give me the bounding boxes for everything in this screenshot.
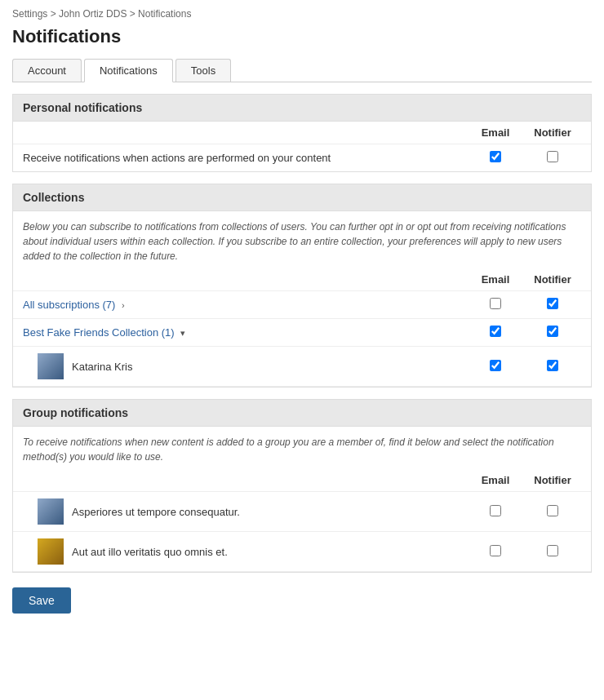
group-notifications-header: Group notifications	[13, 400, 591, 427]
collection-row-all-subscriptions: All subscriptions (7) ›	[13, 291, 591, 319]
personal-row-0: Receive notifications when actions are p…	[13, 144, 591, 171]
personal-row-checks	[467, 151, 581, 165]
group-0-notifier-checkbox[interactable]	[547, 505, 558, 516]
collections-notifier-header: Notifier	[524, 273, 581, 286]
katarina-checks	[467, 360, 581, 374]
katarina-email-checkbox[interactable]	[490, 360, 501, 371]
group-0-avatar	[38, 498, 64, 525]
collections-header: Collections	[13, 184, 591, 211]
page-title: Notifications	[12, 26, 592, 47]
all-subscriptions-checks	[467, 298, 581, 312]
group-notifier-header: Notifier	[524, 474, 581, 486]
collection-child-row-katarina: Katarina Kris	[13, 347, 591, 387]
group-row-0: Asperiores ut tempore consequatur.	[13, 492, 591, 532]
group-notifications-section: Group notifications To receive notificat…	[12, 399, 592, 573]
tabs: Account Notifications Tools	[12, 59, 592, 82]
group-0-email-cell	[467, 505, 524, 519]
best-fake-friends-notifier-checkbox[interactable]	[547, 326, 558, 337]
group-0-notifier-cell	[524, 505, 581, 519]
group-1-email-checkbox[interactable]	[490, 545, 501, 556]
all-subscriptions-link[interactable]: All subscriptions (7)	[23, 299, 118, 311]
all-subscriptions-email-cell	[467, 298, 524, 312]
all-subscriptions-label: All subscriptions (7) ›	[23, 299, 467, 311]
all-subscriptions-email-checkbox[interactable]	[490, 298, 501, 309]
collections-section: Collections Below you can subscribe to n…	[12, 184, 592, 388]
best-fake-friends-checks	[467, 326, 581, 339]
group-col-headers: Email Notifier	[13, 469, 591, 492]
personal-notifications-section: Personal notifications Email Notifier Re…	[12, 94, 592, 172]
breadcrumb-settings: Settings	[12, 8, 47, 20]
best-fake-friends-email-cell	[467, 326, 524, 339]
personal-email-header: Email	[467, 126, 524, 139]
group-1-notifier-checkbox[interactable]	[547, 545, 558, 556]
group-1-checks	[467, 545, 581, 559]
collection-row-best-fake-friends: Best Fake Friends Collection (1) ▾	[13, 319, 591, 347]
katarina-notifier-checkbox[interactable]	[547, 360, 558, 371]
group-email-header: Email	[467, 474, 524, 486]
group-0-checks	[467, 505, 581, 519]
personal-row-label: Receive notifications when actions are p…	[23, 152, 467, 164]
best-fake-friends-label: Best Fake Friends Collection (1) ▾	[23, 326, 467, 339]
breadcrumb-current: Notifications	[138, 8, 191, 20]
personal-notifier-check-cell	[524, 151, 581, 165]
personal-col-headers: Email Notifier	[13, 122, 591, 144]
breadcrumb-user: John Ortiz DDS	[59, 8, 127, 20]
personal-email-check-cell	[467, 151, 524, 165]
group-1-notifier-cell	[524, 545, 581, 559]
tab-tools[interactable]: Tools	[175, 59, 231, 82]
best-fake-friends-chevron: ▾	[180, 328, 185, 338]
all-subscriptions-notifier-checkbox[interactable]	[547, 298, 558, 309]
group-row-1: Aut aut illo veritatis quo omnis et.	[13, 532, 591, 572]
katarina-avatar	[38, 353, 64, 379]
save-button[interactable]: Save	[12, 587, 71, 614]
best-fake-friends-link[interactable]: Best Fake Friends Collection (1)	[23, 326, 177, 339]
collections-col-headers: Email Notifier	[13, 268, 591, 291]
all-subscriptions-chevron: ›	[122, 300, 125, 310]
personal-email-checkbox[interactable]	[490, 151, 501, 162]
collections-email-header: Email	[467, 273, 524, 286]
katarina-notifier-cell	[524, 360, 581, 374]
best-fake-friends-email-checkbox[interactable]	[490, 326, 501, 337]
collections-description: Below you can subscribe to notifications…	[13, 211, 591, 268]
personal-notifier-header: Notifier	[524, 126, 581, 139]
best-fake-friends-notifier-cell	[524, 326, 581, 339]
tab-notifications[interactable]: Notifications	[84, 59, 173, 82]
group-notifications-description: To receive notifications when new conten…	[13, 427, 591, 469]
all-subscriptions-notifier-cell	[524, 298, 581, 312]
katarina-name: Katarina Kris	[72, 361, 467, 373]
personal-notifications-header: Personal notifications	[13, 95, 591, 122]
group-0-email-checkbox[interactable]	[490, 505, 501, 516]
group-1-email-cell	[467, 545, 524, 559]
personal-notifier-checkbox[interactable]	[547, 151, 558, 162]
breadcrumb: Settings > John Ortiz DDS > Notification…	[12, 8, 592, 20]
group-1-avatar	[38, 538, 64, 565]
katarina-email-cell	[467, 360, 524, 374]
group-0-name: Asperiores ut tempore consequatur.	[72, 506, 467, 518]
tab-account[interactable]: Account	[12, 59, 82, 82]
group-1-name: Aut aut illo veritatis quo omnis et.	[72, 546, 467, 558]
